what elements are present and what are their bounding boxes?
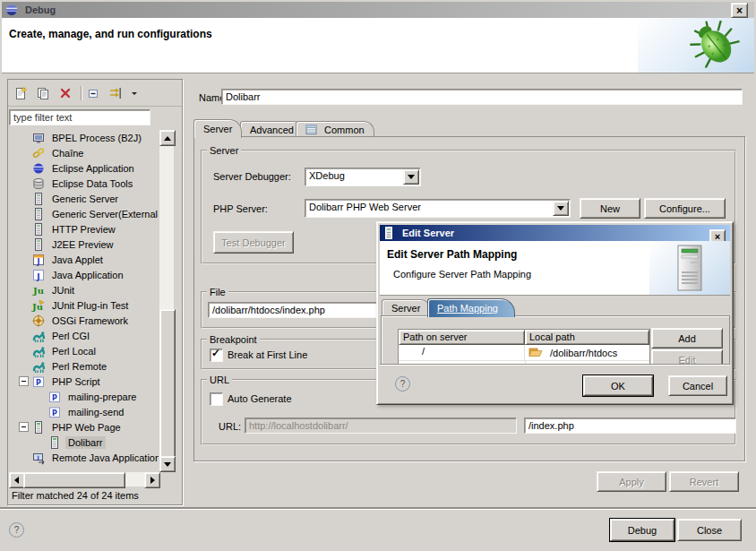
help-icon[interactable]: ? xyxy=(9,522,24,538)
tree-item[interactable]: Eclipse Data Tools xyxy=(8,176,159,191)
url-label: URL: xyxy=(219,421,241,432)
tab-common-label: Common xyxy=(324,125,365,135)
collapse-all-icon[interactable] xyxy=(86,86,100,100)
tab-advanced[interactable]: Advanced xyxy=(240,121,304,137)
apply-button-label: Apply xyxy=(619,477,644,487)
delete-icon[interactable] xyxy=(58,86,73,100)
debug-button[interactable]: Debug xyxy=(610,519,674,541)
tree-item-label: J2EE Preview xyxy=(49,238,116,251)
tree-item[interactable]: Ju JUnit Plug-in Test xyxy=(8,297,159,313)
revert-button[interactable]: Revert xyxy=(669,471,739,492)
cell-path-on-server[interactable]: / xyxy=(399,345,525,360)
server-debugger-combobox[interactable]: XDebug xyxy=(305,168,421,186)
eclipse-logo-icon xyxy=(5,4,18,16)
tree-item[interactable]: J Java Applet xyxy=(8,252,159,267)
close-button[interactable]: Close xyxy=(677,519,742,541)
tree-item-label: HTTP Preview xyxy=(49,223,118,236)
apply-button[interactable]: Apply xyxy=(597,471,666,492)
filter-input[interactable] xyxy=(9,109,150,125)
name-input[interactable] xyxy=(221,89,743,105)
duplicate-icon[interactable] xyxy=(36,86,50,100)
osgi-icon xyxy=(31,314,46,328)
break-first-line-checkbox[interactable] xyxy=(210,349,223,362)
tree-item[interactable]: Dolibarr xyxy=(8,435,159,450)
window-close-button[interactable]: × xyxy=(731,3,748,18)
new-server-button[interactable]: New xyxy=(580,198,640,219)
tree-item-label: Remote Java Application xyxy=(49,452,159,464)
tree-item[interactable]: BPEL Process (B2J) xyxy=(8,130,159,145)
svg-text:J: J xyxy=(36,271,39,280)
dialog-header: Edit Server Path Mapping Configure Serve… xyxy=(380,241,730,296)
ok-button[interactable]: OK xyxy=(583,375,653,396)
php-server-label: PHP Server: xyxy=(213,203,268,214)
auto-generate-checkbox[interactable] xyxy=(210,392,223,406)
perl-icon xyxy=(31,329,46,343)
vscroll-up-button[interactable] xyxy=(159,130,176,146)
combo-dropdown-button[interactable] xyxy=(553,201,569,216)
tree-item[interactable]: J2EE Preview xyxy=(8,237,159,252)
tree-item[interactable]: P mailing-prepare xyxy=(8,389,159,404)
eclipse-application-icon xyxy=(31,161,46,176)
window-titlebar[interactable]: Debug xyxy=(2,2,754,18)
path-mapping-table: Path on server Local path / /dolibarr/ht… xyxy=(398,329,650,367)
dialog-tab-path-mapping[interactable]: Path Mapping xyxy=(427,298,515,317)
tree-item[interactable]: Perl Local xyxy=(8,343,159,358)
tree-hscrollbar[interactable] xyxy=(9,472,159,486)
new-config-icon[interactable] xyxy=(13,86,28,100)
tree-item[interactable]: P PHP Script xyxy=(8,374,159,389)
tree-item-label: mailing-send xyxy=(65,406,126,418)
test-debugger-button[interactable]: Test Debugger xyxy=(213,231,294,254)
tree-item[interactable]: P mailing-send xyxy=(8,404,159,419)
vscroll-down-button[interactable] xyxy=(159,456,176,472)
tree-item[interactable]: OSGi Framework xyxy=(8,313,159,328)
dialog-tab-server[interactable]: Server xyxy=(382,299,430,316)
php-server-combobox[interactable]: Dolibarr PHP Web Server xyxy=(305,199,571,218)
column-header-local-path[interactable]: Local path xyxy=(525,330,649,345)
cell-local-path[interactable]: /dolibarr/htdocs xyxy=(525,345,649,360)
tree-vscrollbar[interactable] xyxy=(159,130,174,470)
dialog-titlebar[interactable]: Edit Server × xyxy=(380,225,730,241)
tree-item[interactable]: Chaîne xyxy=(8,145,159,160)
url-path-input[interactable] xyxy=(524,418,736,434)
tree-item[interactable]: J Remote Java Application xyxy=(8,450,159,465)
configure-button[interactable]: Configure... xyxy=(644,198,726,219)
toolbar-separator xyxy=(81,86,82,100)
menu-dropdown-icon[interactable] xyxy=(131,86,138,100)
tree-item[interactable]: Perl Remote xyxy=(8,358,159,374)
dialog-button-bar: ? OK Cancel xyxy=(380,364,730,402)
tree-item-label: Generic Server xyxy=(49,193,121,205)
add-mapping-button[interactable]: Add xyxy=(651,328,723,349)
tree-item[interactable]: Generic Server(External La xyxy=(8,206,159,221)
combo-dropdown-button[interactable] xyxy=(403,169,419,185)
break-first-line-label: Break at First Line xyxy=(228,349,307,360)
table-row[interactable]: / /dolibarr/htdocs xyxy=(399,345,649,361)
expander-icon[interactable] xyxy=(19,376,29,386)
banner: Create, manage, and run configurations xyxy=(2,18,754,73)
tree-item[interactable]: Perl CGI xyxy=(8,328,159,343)
add-button-label: Add xyxy=(678,333,696,344)
cancel-button[interactable]: Cancel xyxy=(668,375,727,396)
tree-item[interactable]: Eclipse Application xyxy=(8,160,159,176)
server-tower-icon xyxy=(674,245,705,291)
tree-item[interactable]: PHP Web Page xyxy=(8,419,159,435)
svg-text:P: P xyxy=(52,409,57,417)
tab-common[interactable]: Common xyxy=(296,121,374,137)
tree-item[interactable]: HTTP Preview xyxy=(8,221,159,237)
tree-item[interactable]: Ju JUnit xyxy=(8,282,159,297)
filter-icon[interactable] xyxy=(108,86,123,100)
dialog-help-icon[interactable]: ? xyxy=(395,376,410,392)
database-icon xyxy=(31,176,46,191)
tree-item[interactable]: Generic Server xyxy=(8,191,159,206)
hscroll-right-button[interactable] xyxy=(144,472,160,488)
window-title: Debug xyxy=(25,4,56,15)
hscroll-thumb[interactable] xyxy=(23,472,125,488)
perl-icon xyxy=(31,344,46,358)
tab-server[interactable]: Server xyxy=(193,119,242,138)
tab-advanced-label: Advanced xyxy=(250,125,294,135)
vscroll-thumb[interactable] xyxy=(159,309,176,458)
tree-item[interactable]: J Java Application xyxy=(8,267,159,282)
column-header-path-on-server[interactable]: Path on server xyxy=(399,330,525,345)
tree-item-label: PHP Web Page xyxy=(49,421,124,434)
expander-icon[interactable] xyxy=(19,422,29,432)
tree-item-label: Generic Server(External La xyxy=(49,208,159,220)
